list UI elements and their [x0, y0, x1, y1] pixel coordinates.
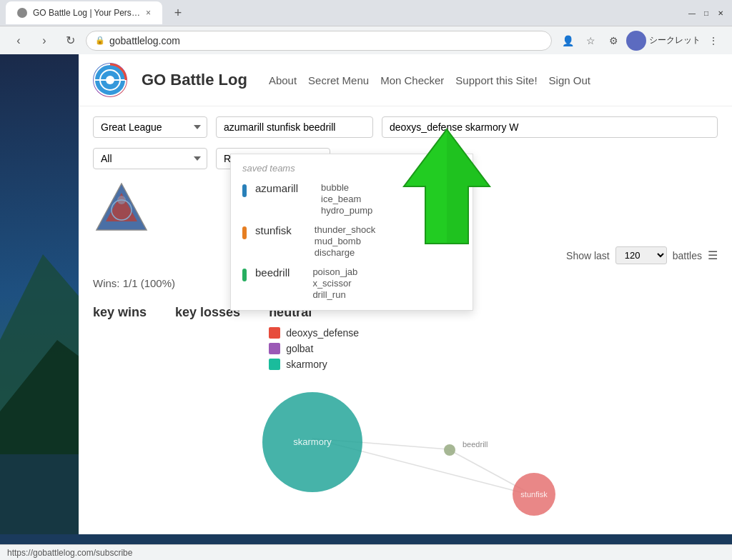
account-icon[interactable]: 👤 [558, 31, 578, 51]
profile-label: シークレット [649, 34, 701, 46]
nav-bar: ‹ › ↻ 🔒 gobattlelog.com 👤 ☆ ⚙ シークレット ⋮ [0, 26, 732, 54]
stunfisk-color-bar [242, 226, 247, 239]
status-bar: https://gobattlelog.com/subscribe [0, 544, 732, 560]
analysis-row: key wins key losses neutral deoxys_defen… [79, 305, 732, 374]
key-wins-column: key wins [93, 305, 147, 374]
minimize-button[interactable]: — [686, 7, 698, 19]
key-losses-column: key losses [175, 305, 240, 374]
svg-point-17 [444, 444, 455, 456]
neutral-item-1: golbat [269, 343, 359, 354]
neutral-item-2: skarmory [269, 359, 359, 370]
svg-text:skarmory: skarmory [293, 436, 332, 447]
active-tab[interactable]: GO Battle Log | Your Personal Ba... × [6, 1, 162, 24]
neutral-item-0: deoxys_defense [269, 327, 359, 339]
golbat-label: golbat [286, 343, 313, 354]
bubble-chart-area: skarmory beedrill stunfisk [79, 381, 732, 524]
maximize-button[interactable]: □ [701, 7, 712, 19]
team-badge [93, 180, 150, 237]
deoxys-label: deoxys_defense [286, 327, 359, 339]
azumarill-moves: bubble ice_beam hydro_pump [321, 182, 372, 216]
svg-text:stunfisk: stunfisk [520, 490, 548, 499]
show-last-select[interactable]: 3060120All [615, 246, 667, 264]
azumarill-info: azumarill [255, 182, 298, 197]
title-bar: GO Battle Log | Your Personal Ba... × + … [0, 0, 732, 26]
nav-icons: 👤 ☆ ⚙ シークレット ⋮ [558, 31, 723, 51]
neutral-column: neutral deoxys_defense golbat skarmory [269, 305, 359, 374]
svg-point-11 [117, 196, 126, 204]
bookmark-icon[interactable]: ☆ [580, 31, 600, 51]
status-url: https://gobattlelog.com/subscribe [7, 548, 132, 558]
site-title: GO Battle Log [142, 71, 247, 89]
close-window-button[interactable]: ✕ [715, 7, 726, 19]
azumarill-name: azumarill [255, 182, 298, 194]
svg-marker-22 [447, 129, 490, 244]
battles-label: battles [673, 250, 702, 261]
site-header: GO Battle Log About Secret Menu Mon Chec… [79, 54, 732, 106]
golbat-color [269, 343, 280, 354]
profile-button[interactable] [626, 31, 646, 51]
green-arrow-overlay [400, 126, 493, 247]
azumarill-color-bar [242, 184, 247, 197]
tab-title: GO Battle Log | Your Personal Ba... [33, 8, 140, 18]
team-search-input[interactable] [216, 116, 373, 138]
menu-icon-battles[interactable]: ☰ [708, 249, 718, 262]
tab-close-button[interactable]: × [146, 8, 151, 18]
beedrill-color-bar [242, 269, 247, 281]
beedrill-info: beedrill [255, 266, 290, 281]
back-button[interactable]: ‹ [9, 31, 29, 51]
lock-icon: 🔒 [95, 36, 105, 45]
team-search-container: saved teams azumarill bubble ice_beam hy… [216, 116, 373, 138]
tab-favicon [17, 8, 27, 18]
refresh-button[interactable]: ↻ [60, 31, 80, 51]
show-last-label: Show last [566, 250, 610, 261]
dropdown-pokemon-beedrill[interactable]: beedrill poison_jab x_scissor drill_run [231, 262, 473, 304]
beedrill-name: beedrill [255, 266, 290, 279]
nav-mon-checker[interactable]: Mon Checker [380, 74, 444, 86]
nav-secret-menu[interactable]: Secret Menu [308, 74, 369, 86]
extensions-icon[interactable]: ⚙ [603, 31, 623, 51]
skarmory-label: skarmory [286, 359, 327, 370]
url-text: gobattlelog.com [109, 35, 180, 46]
league-select[interactable]: Great LeagueUltra LeagueMaster League [93, 116, 207, 138]
window-controls: — □ ✕ [686, 7, 726, 19]
stunfisk-info: stunfisk [255, 224, 292, 239]
browser-chrome: GO Battle Log | Your Personal Ba... × + … [0, 0, 732, 54]
menu-icon[interactable]: ⋮ [703, 31, 723, 51]
site-logo [93, 63, 127, 97]
key-wins-heading: key wins [93, 305, 147, 320]
nav-about[interactable]: About [269, 74, 297, 86]
address-bar[interactable]: 🔒 gobattlelog.com [86, 31, 552, 51]
beedrill-moves: poison_jab x_scissor drill_run [312, 266, 357, 300]
svg-text:beedrill: beedrill [463, 440, 488, 449]
forward-button[interactable]: › [34, 31, 54, 51]
new-tab-button[interactable]: + [168, 3, 188, 23]
nav-support[interactable]: Support this Site! [455, 74, 537, 86]
stunfisk-name: stunfisk [255, 224, 292, 236]
skarmory-color [269, 359, 280, 370]
type-select[interactable]: AllWinsLosses [93, 148, 207, 169]
deoxys-color [269, 327, 280, 339]
site-nav: About Secret Menu Mon Checker Support th… [269, 74, 590, 86]
stunfisk-moves: thunder_shock mud_bomb discharge [315, 224, 375, 258]
nav-sign-out[interactable]: Sign Out [549, 74, 590, 86]
